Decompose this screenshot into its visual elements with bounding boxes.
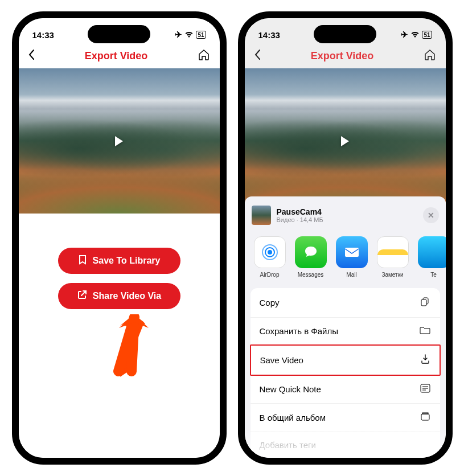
status-time: 14:33 [32,30,54,40]
action-save-files[interactable]: Сохранить в Файлы [251,318,440,345]
download-icon [420,354,430,367]
action-label: New Quick Note [260,384,321,394]
app-label: Messages [298,272,324,278]
action-quick-note[interactable]: New Quick Note [251,375,440,404]
file-meta: Видео · 14,4 МБ [277,216,323,223]
album-icon [420,412,431,424]
app-label: AirDrop [260,272,280,278]
action-list: Copy Сохранить в Файлы Save Video [251,288,440,458]
page-title: Export Video [311,50,374,62]
svg-rect-11 [421,414,429,420]
battery-icon: 51 [196,31,206,39]
app-label: Mail [346,272,356,278]
save-library-label: Save To Library [93,256,161,266]
file-name: PauseCam4 [277,207,323,216]
back-button[interactable] [28,49,35,63]
play-icon[interactable] [341,136,349,146]
action-label: Save Video [260,355,303,365]
video-preview[interactable] [19,68,220,214]
app-label: Заметки [381,272,403,278]
close-button[interactable]: ✕ [423,207,439,223]
app-label: Te [430,272,437,278]
wifi-icon [410,30,420,40]
airplane-icon: ✈ [175,30,182,40]
share-sheet: PauseCam4 Видео · 14,4 МБ ✕ AirDrop Mess… [245,196,446,458]
copy-icon [420,296,431,309]
nav-bar: Export Video [19,43,220,68]
home-button[interactable] [424,48,436,63]
svg-rect-9 [421,299,426,306]
svg-point-4 [268,250,272,255]
app-notes[interactable]: Заметки [372,236,413,278]
share-video-via-button[interactable]: Share Video Via [58,283,180,309]
action-add-tags[interactable]: Добавить теги [251,432,440,458]
play-icon[interactable] [115,136,123,146]
airplane-icon: ✈ [401,30,408,40]
file-thumbnail [252,206,271,225]
folder-icon [420,326,431,337]
dynamic-island [88,25,150,43]
battery-icon: 51 [422,31,432,39]
share-via-label: Share Video Via [93,291,161,301]
note-icon [420,383,431,395]
svg-rect-12 [422,413,428,414]
back-button[interactable] [254,49,261,63]
save-to-library-button[interactable]: Save To Library [58,248,180,274]
svg-rect-7 [345,248,359,257]
home-button[interactable] [198,48,210,63]
video-preview[interactable] [245,68,446,214]
status-time: 14:33 [258,30,280,40]
wifi-icon [184,30,194,40]
action-label: Copy [260,298,280,307]
page-title: Export Video [85,50,148,62]
action-label: Сохранить в Файлы [260,326,339,336]
action-save-video[interactable]: Save Video [250,344,441,376]
arrow-annotation [104,314,150,385]
share-icon [77,290,87,302]
dynamic-island [314,25,376,43]
action-label: Добавить теги [260,440,316,450]
app-more[interactable]: Te [413,236,446,278]
action-label: В общий альбом [260,413,326,422]
nav-bar: Export Video [245,43,446,68]
app-airdrop[interactable]: AirDrop [249,236,290,278]
app-messages[interactable]: Messages [290,236,331,278]
bookmark-icon [78,255,87,267]
share-apps-row: AirDrop Messages Mail [245,232,446,288]
action-shared-album[interactable]: В общий альбом [251,404,440,432]
action-copy[interactable]: Copy [251,288,440,318]
app-mail[interactable]: Mail [331,236,372,278]
